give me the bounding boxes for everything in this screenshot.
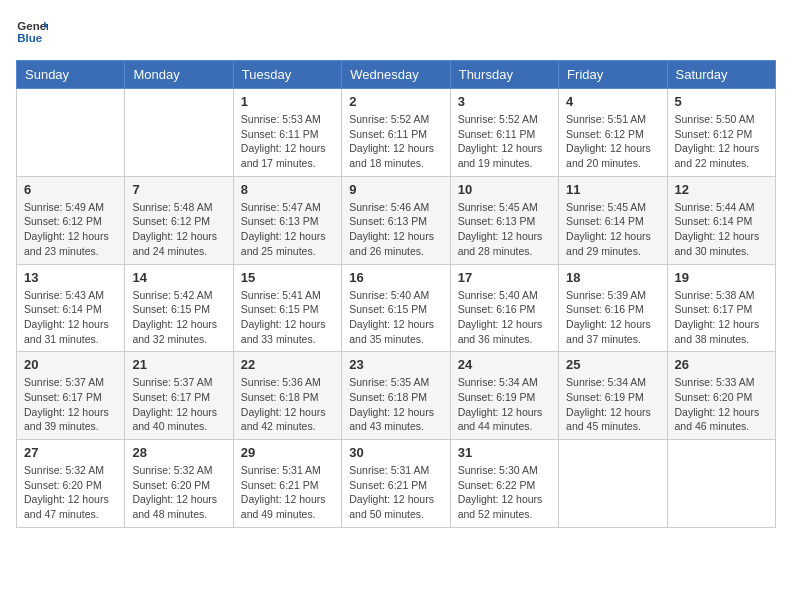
day-info: Sunrise: 5:31 AM Sunset: 6:21 PM Dayligh… [241,463,334,522]
day-number: 21 [132,357,225,372]
day-info: Sunrise: 5:37 AM Sunset: 6:17 PM Dayligh… [24,375,117,434]
day-info: Sunrise: 5:34 AM Sunset: 6:19 PM Dayligh… [566,375,659,434]
day-info: Sunrise: 5:35 AM Sunset: 6:18 PM Dayligh… [349,375,442,434]
logo: General Blue [16,16,52,48]
day-info: Sunrise: 5:40 AM Sunset: 6:15 PM Dayligh… [349,288,442,347]
day-cell: 4Sunrise: 5:51 AM Sunset: 6:12 PM Daylig… [559,89,667,177]
day-number: 3 [458,94,551,109]
day-info: Sunrise: 5:40 AM Sunset: 6:16 PM Dayligh… [458,288,551,347]
col-header-friday: Friday [559,61,667,89]
day-cell: 6Sunrise: 5:49 AM Sunset: 6:12 PM Daylig… [17,176,125,264]
day-cell: 22Sunrise: 5:36 AM Sunset: 6:18 PM Dayli… [233,352,341,440]
day-cell: 11Sunrise: 5:45 AM Sunset: 6:14 PM Dayli… [559,176,667,264]
day-cell: 7Sunrise: 5:48 AM Sunset: 6:12 PM Daylig… [125,176,233,264]
day-cell: 31Sunrise: 5:30 AM Sunset: 6:22 PM Dayli… [450,440,558,528]
day-number: 4 [566,94,659,109]
day-cell: 13Sunrise: 5:43 AM Sunset: 6:14 PM Dayli… [17,264,125,352]
day-number: 10 [458,182,551,197]
day-info: Sunrise: 5:45 AM Sunset: 6:13 PM Dayligh… [458,200,551,259]
day-number: 2 [349,94,442,109]
day-number: 8 [241,182,334,197]
day-cell: 20Sunrise: 5:37 AM Sunset: 6:17 PM Dayli… [17,352,125,440]
day-number: 13 [24,270,117,285]
day-number: 9 [349,182,442,197]
day-number: 19 [675,270,768,285]
week-row-3: 13Sunrise: 5:43 AM Sunset: 6:14 PM Dayli… [17,264,776,352]
day-number: 30 [349,445,442,460]
day-cell: 12Sunrise: 5:44 AM Sunset: 6:14 PM Dayli… [667,176,775,264]
day-number: 23 [349,357,442,372]
day-number: 11 [566,182,659,197]
day-number: 28 [132,445,225,460]
day-cell: 9Sunrise: 5:46 AM Sunset: 6:13 PM Daylig… [342,176,450,264]
day-info: Sunrise: 5:39 AM Sunset: 6:16 PM Dayligh… [566,288,659,347]
col-header-wednesday: Wednesday [342,61,450,89]
day-info: Sunrise: 5:38 AM Sunset: 6:17 PM Dayligh… [675,288,768,347]
day-number: 1 [241,94,334,109]
day-info: Sunrise: 5:45 AM Sunset: 6:14 PM Dayligh… [566,200,659,259]
day-number: 27 [24,445,117,460]
day-info: Sunrise: 5:41 AM Sunset: 6:15 PM Dayligh… [241,288,334,347]
day-cell: 17Sunrise: 5:40 AM Sunset: 6:16 PM Dayli… [450,264,558,352]
day-cell: 25Sunrise: 5:34 AM Sunset: 6:19 PM Dayli… [559,352,667,440]
day-number: 25 [566,357,659,372]
day-info: Sunrise: 5:43 AM Sunset: 6:14 PM Dayligh… [24,288,117,347]
day-cell: 3Sunrise: 5:52 AM Sunset: 6:11 PM Daylig… [450,89,558,177]
day-cell: 21Sunrise: 5:37 AM Sunset: 6:17 PM Dayli… [125,352,233,440]
day-cell [125,89,233,177]
calendar-table: SundayMondayTuesdayWednesdayThursdayFrid… [16,60,776,528]
calendar-header: SundayMondayTuesdayWednesdayThursdayFrid… [17,61,776,89]
svg-text:Blue: Blue [17,32,43,44]
day-number: 17 [458,270,551,285]
day-number: 20 [24,357,117,372]
day-info: Sunrise: 5:53 AM Sunset: 6:11 PM Dayligh… [241,112,334,171]
day-number: 18 [566,270,659,285]
logo-icon: General Blue [16,16,48,48]
day-number: 15 [241,270,334,285]
day-info: Sunrise: 5:32 AM Sunset: 6:20 PM Dayligh… [132,463,225,522]
day-cell: 14Sunrise: 5:42 AM Sunset: 6:15 PM Dayli… [125,264,233,352]
day-cell: 2Sunrise: 5:52 AM Sunset: 6:11 PM Daylig… [342,89,450,177]
day-number: 14 [132,270,225,285]
day-info: Sunrise: 5:42 AM Sunset: 6:15 PM Dayligh… [132,288,225,347]
day-info: Sunrise: 5:47 AM Sunset: 6:13 PM Dayligh… [241,200,334,259]
day-cell: 1Sunrise: 5:53 AM Sunset: 6:11 PM Daylig… [233,89,341,177]
day-cell: 30Sunrise: 5:31 AM Sunset: 6:21 PM Dayli… [342,440,450,528]
week-row-1: 1Sunrise: 5:53 AM Sunset: 6:11 PM Daylig… [17,89,776,177]
day-cell: 24Sunrise: 5:34 AM Sunset: 6:19 PM Dayli… [450,352,558,440]
day-info: Sunrise: 5:50 AM Sunset: 6:12 PM Dayligh… [675,112,768,171]
day-cell [667,440,775,528]
day-number: 7 [132,182,225,197]
day-number: 6 [24,182,117,197]
day-info: Sunrise: 5:31 AM Sunset: 6:21 PM Dayligh… [349,463,442,522]
day-info: Sunrise: 5:51 AM Sunset: 6:12 PM Dayligh… [566,112,659,171]
day-number: 29 [241,445,334,460]
day-info: Sunrise: 5:30 AM Sunset: 6:22 PM Dayligh… [458,463,551,522]
col-header-sunday: Sunday [17,61,125,89]
col-header-monday: Monday [125,61,233,89]
day-number: 16 [349,270,442,285]
day-cell: 10Sunrise: 5:45 AM Sunset: 6:13 PM Dayli… [450,176,558,264]
day-info: Sunrise: 5:37 AM Sunset: 6:17 PM Dayligh… [132,375,225,434]
day-cell: 18Sunrise: 5:39 AM Sunset: 6:16 PM Dayli… [559,264,667,352]
day-cell: 27Sunrise: 5:32 AM Sunset: 6:20 PM Dayli… [17,440,125,528]
week-row-4: 20Sunrise: 5:37 AM Sunset: 6:17 PM Dayli… [17,352,776,440]
day-cell: 5Sunrise: 5:50 AM Sunset: 6:12 PM Daylig… [667,89,775,177]
svg-text:General: General [17,20,48,32]
day-info: Sunrise: 5:48 AM Sunset: 6:12 PM Dayligh… [132,200,225,259]
day-cell [559,440,667,528]
day-number: 5 [675,94,768,109]
week-row-5: 27Sunrise: 5:32 AM Sunset: 6:20 PM Dayli… [17,440,776,528]
day-info: Sunrise: 5:36 AM Sunset: 6:18 PM Dayligh… [241,375,334,434]
day-number: 24 [458,357,551,372]
day-number: 31 [458,445,551,460]
day-cell: 8Sunrise: 5:47 AM Sunset: 6:13 PM Daylig… [233,176,341,264]
col-header-saturday: Saturday [667,61,775,89]
page-header: General Blue [16,16,776,48]
day-info: Sunrise: 5:52 AM Sunset: 6:11 PM Dayligh… [349,112,442,171]
day-info: Sunrise: 5:33 AM Sunset: 6:20 PM Dayligh… [675,375,768,434]
day-info: Sunrise: 5:32 AM Sunset: 6:20 PM Dayligh… [24,463,117,522]
day-number: 12 [675,182,768,197]
week-row-2: 6Sunrise: 5:49 AM Sunset: 6:12 PM Daylig… [17,176,776,264]
day-cell: 29Sunrise: 5:31 AM Sunset: 6:21 PM Dayli… [233,440,341,528]
